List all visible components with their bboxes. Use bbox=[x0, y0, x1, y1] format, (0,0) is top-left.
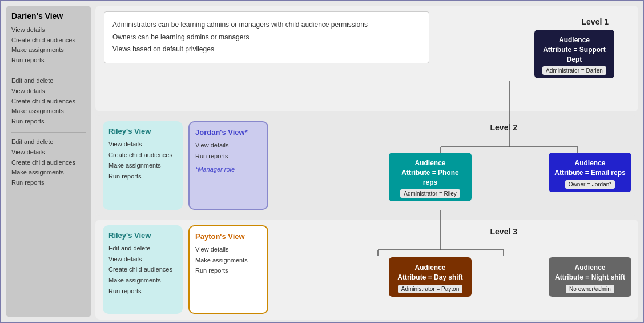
dariens-title: Darien's View bbox=[11, 11, 86, 21]
rileys-view-title-l2: Riley's View bbox=[108, 127, 177, 135]
dariens-item: Make assignments bbox=[11, 168, 86, 178]
paytons-view-title: Payton's View bbox=[195, 232, 261, 241]
dariens-item: Create child audiences bbox=[11, 35, 86, 46]
dariens-item: View details bbox=[11, 25, 86, 35]
list-item: Run reports bbox=[108, 171, 177, 182]
audience-day: AudienceAttribute = Day shift Administra… bbox=[389, 257, 472, 297]
jordans-view: Jordan's View* View details Run reports … bbox=[188, 121, 268, 210]
paytons-view-list: View details Make assignments Run report… bbox=[195, 244, 261, 276]
dariens-section-1: View details Create child audiences Make… bbox=[11, 25, 86, 65]
list-item: Run reports bbox=[108, 286, 177, 297]
dariens-item: Make assignments bbox=[11, 45, 86, 55]
info-line-1: Administrators can be learning admins or… bbox=[112, 19, 421, 31]
dariens-item: Create child audiences bbox=[11, 97, 86, 107]
dariens-item: Make assignments bbox=[11, 106, 86, 117]
list-item: Run reports bbox=[195, 265, 261, 276]
rileys-view-list-l2: View details Create child audiences Make… bbox=[108, 139, 177, 182]
list-item: View details bbox=[195, 140, 261, 151]
audience-phone-badge: Administrator = Riley bbox=[400, 189, 460, 198]
info-line-3: Views based on default privileges bbox=[112, 43, 421, 56]
dariens-item: View details bbox=[11, 147, 86, 158]
list-item: Make assignments bbox=[108, 275, 177, 286]
list-item: Create child audiences bbox=[108, 150, 177, 161]
divider-1 bbox=[11, 71, 86, 71]
level2-label: Level 2 bbox=[490, 123, 517, 132]
divider-2 bbox=[11, 132, 86, 133]
list-item: View details bbox=[195, 244, 261, 255]
audience-night-title: AudienceAttribute = Night shift bbox=[553, 263, 627, 282]
level1-label: Level 1 bbox=[582, 17, 609, 26]
rileys-view-l3: Riley's View Edit and delete View detail… bbox=[103, 225, 183, 314]
jordans-view-list: View details Run reports bbox=[195, 140, 261, 161]
audience-email-title: AudienceAttribute = Email reps bbox=[553, 158, 627, 178]
level3-label: Level 3 bbox=[490, 227, 517, 236]
audience-support-badge: Administrator = Darien bbox=[542, 66, 606, 75]
manager-note: *Manager role bbox=[195, 166, 261, 173]
dariens-item: View details bbox=[11, 86, 86, 97]
main-container: Darien's View View details Create child … bbox=[0, 0, 644, 323]
audience-support-title: AudienceAttribute = Support Dept bbox=[539, 35, 610, 64]
audience-day-title: AudienceAttribute = Day shift bbox=[393, 263, 467, 282]
dariens-item: Edit and delete bbox=[11, 76, 86, 86]
jordans-view-title: Jordan's View* bbox=[195, 128, 261, 137]
dariens-item: Create child audiences bbox=[11, 158, 86, 168]
dariens-section-3: Edit and delete View details Create chil… bbox=[11, 137, 86, 188]
audience-phone: AudienceAttribute = Phone reps Administr… bbox=[389, 153, 472, 201]
dariens-item: Run reports bbox=[11, 178, 86, 188]
list-item: View details bbox=[108, 139, 177, 150]
dariens-section-2: Edit and delete View details Create chil… bbox=[11, 76, 86, 126]
dariens-item: Edit and delete bbox=[11, 137, 86, 147]
list-item: Make assignments bbox=[108, 160, 177, 171]
dariens-item: Run reports bbox=[11, 55, 86, 66]
dariens-item: Run reports bbox=[11, 117, 86, 127]
audience-day-badge: Administrator = Payton bbox=[398, 285, 462, 293]
info-box: Administrators can be learning admins or… bbox=[104, 11, 429, 63]
list-item: Make assignments bbox=[195, 255, 261, 266]
audience-support: AudienceAttribute = Support Dept Adminis… bbox=[534, 30, 614, 78]
rileys-view-list-l3: Edit and delete View details Create chil… bbox=[108, 243, 177, 296]
info-line-2: Owners can be learning admins or manager… bbox=[112, 31, 421, 44]
rileys-view-title-l3: Riley's View bbox=[108, 231, 177, 240]
audience-email: AudienceAttribute = Email reps Owner = J… bbox=[549, 153, 631, 192]
dariens-sidebar: Darien's View View details Create child … bbox=[6, 6, 91, 317]
audience-email-badge: Owner = Jordan* bbox=[565, 180, 615, 189]
rileys-view-l2: Riley's View View details Create child a… bbox=[103, 121, 183, 210]
audience-phone-title: AudienceAttribute = Phone reps bbox=[393, 158, 467, 187]
paytons-view: Payton's View View details Make assignme… bbox=[188, 225, 268, 314]
audience-night: AudienceAttribute = Night shift No owner… bbox=[549, 257, 631, 297]
audience-night-badge: No owner/admin bbox=[566, 285, 614, 293]
list-item: Create child audiences bbox=[108, 264, 177, 275]
list-item: Edit and delete bbox=[108, 243, 177, 254]
list-item: View details bbox=[108, 254, 177, 265]
list-item: Run reports bbox=[195, 151, 261, 162]
